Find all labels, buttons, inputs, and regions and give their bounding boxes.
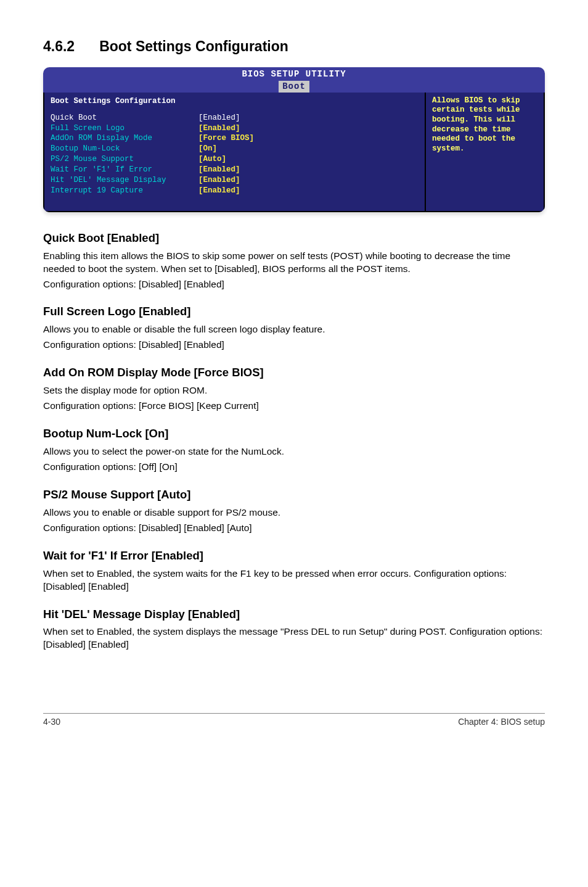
bios-setting-row: Quick Boot[Enabled] xyxy=(51,113,419,123)
setting-config-options: Configuration options: [Off] [On] xyxy=(43,461,545,474)
bios-setting-label: Hit 'DEL' Message Display xyxy=(51,175,198,186)
bios-setting-value: [Enabled] xyxy=(198,165,240,175)
setting-description-block: Bootup Num-Lock [On]Allows you to select… xyxy=(43,426,545,474)
setting-description: When set to Enabled, the system waits fo… xyxy=(43,567,545,593)
section-heading: 4.6.2Boot Settings Configuration xyxy=(43,37,545,56)
setting-config-options: Configuration options: [Force BIOS] [Kee… xyxy=(43,400,545,413)
bios-setting-value: [Auto] xyxy=(198,154,226,165)
bios-setting-row: Wait For 'F1' If Error[Enabled] xyxy=(51,165,419,175)
setting-description-block: Quick Boot [Enabled]Enabling this item a… xyxy=(43,231,545,291)
bios-setting-value: [Enabled] xyxy=(198,113,240,123)
bios-setting-label: Wait For 'F1' If Error xyxy=(51,165,198,175)
setting-heading: Wait for 'F1' If Error [Enabled] xyxy=(43,548,545,564)
setting-heading: Full Screen Logo [Enabled] xyxy=(43,304,545,320)
setting-description-block: Wait for 'F1' If Error [Enabled]When set… xyxy=(43,548,545,593)
bios-setting-value: [Enabled] xyxy=(198,123,240,134)
bios-setting-value: [On] xyxy=(198,144,217,154)
setting-heading: Hit 'DEL' Message Display [Enabled] xyxy=(43,607,545,622)
bios-setting-label: Full Screen Logo xyxy=(51,123,198,134)
bios-setting-value: [Force BIOS] xyxy=(198,133,254,144)
bios-setting-label: Interrupt 19 Capture xyxy=(51,186,198,196)
bios-panel-title: Boot Settings Configuration xyxy=(51,96,419,107)
setting-config-options: Configuration options: [Disabled] [Enabl… xyxy=(43,522,545,535)
bios-header: BIOS SETUP UTILITY Boot xyxy=(43,67,545,93)
bios-help-text: Allows BIOS to skip certain tests while … xyxy=(432,96,520,153)
chapter-label: Chapter 4: BIOS setup xyxy=(458,716,545,728)
bios-setting-label: PS/2 Mouse Support xyxy=(51,154,198,165)
bios-setting-row: Full Screen Logo[Enabled] xyxy=(51,123,419,134)
bios-header-title: BIOS SETUP UTILITY xyxy=(43,68,545,80)
setting-config-options: Configuration options: [Disabled] [Enabl… xyxy=(43,278,545,291)
page-footer: 4-30 Chapter 4: BIOS setup xyxy=(43,713,545,728)
setting-config-options: Configuration options: [Disabled] [Enabl… xyxy=(43,339,545,352)
setting-description-block: Hit 'DEL' Message Display [Enabled]When … xyxy=(43,607,545,652)
bios-settings-pane: Boot Settings Configuration Quick Boot[E… xyxy=(43,93,425,212)
bios-panel: BIOS SETUP UTILITY Boot Boot Settings Co… xyxy=(43,67,545,212)
setting-description: Allows you to select the power-on state … xyxy=(43,445,545,458)
bios-tab: Boot xyxy=(279,81,309,93)
bios-setting-row: Interrupt 19 Capture[Enabled] xyxy=(51,186,419,196)
bios-setting-row: Hit 'DEL' Message Display[Enabled] xyxy=(51,175,419,186)
setting-description: Allows you to enable or disable the full… xyxy=(43,323,545,336)
bios-setting-row: AddOn ROM Display Mode[Force BIOS] xyxy=(51,133,419,144)
page-number: 4-30 xyxy=(43,716,60,728)
setting-heading: Bootup Num-Lock [On] xyxy=(43,426,545,442)
bios-help-pane: Allows BIOS to skip certain tests while … xyxy=(425,93,545,212)
bios-setting-label: Bootup Num-Lock xyxy=(51,144,198,154)
setting-description-block: Full Screen Logo [Enabled]Allows you to … xyxy=(43,304,545,352)
setting-description: When set to Enabled, the system displays… xyxy=(43,625,545,651)
bios-setting-value: [Enabled] xyxy=(198,186,240,196)
bios-setting-value: [Enabled] xyxy=(198,175,240,186)
bios-setting-label: AddOn ROM Display Mode xyxy=(51,133,198,144)
setting-description: Enabling this item allows the BIOS to sk… xyxy=(43,250,545,276)
bios-setting-row: Bootup Num-Lock[On] xyxy=(51,144,419,154)
setting-heading: Quick Boot [Enabled] xyxy=(43,231,545,246)
setting-description: Allows you to enable or disable support … xyxy=(43,506,545,519)
setting-heading: Add On ROM Display Mode [Force BIOS] xyxy=(43,365,545,381)
bios-setting-label: Quick Boot xyxy=(51,113,198,123)
setting-description-block: PS/2 Mouse Support [Auto]Allows you to e… xyxy=(43,487,545,535)
setting-description-block: Add On ROM Display Mode [Force BIOS]Sets… xyxy=(43,365,545,413)
setting-description: Sets the display mode for option ROM. xyxy=(43,384,545,397)
bios-setting-row: PS/2 Mouse Support[Auto] xyxy=(51,154,419,165)
section-title: Boot Settings Configuration xyxy=(99,38,288,54)
section-number: 4.6.2 xyxy=(43,37,75,56)
setting-heading: PS/2 Mouse Support [Auto] xyxy=(43,487,545,503)
